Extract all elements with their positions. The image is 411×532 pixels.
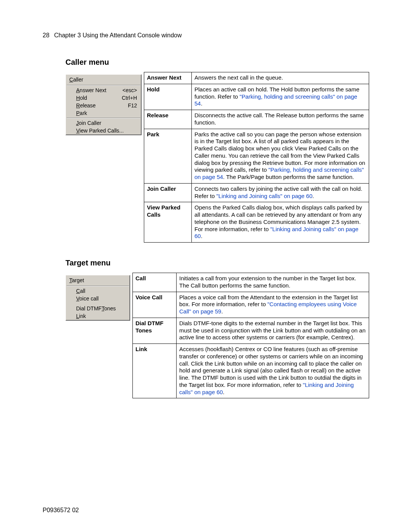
description-cell: Accesses (hookflash) Centrex or CO line …	[177, 344, 369, 398]
term-cell: Voice Call	[133, 292, 177, 318]
table-row: LinkAccesses (hookflash) Centrex or CO l…	[133, 344, 369, 398]
menu-item[interactable]: View Parked Calls...	[66, 127, 141, 134]
page-number: 28	[43, 32, 49, 38]
table-row: View Parked CallsOpens the Parked Calls …	[144, 202, 369, 243]
menu-separator	[67, 118, 140, 118]
table-row: Voice CallPlaces a voice call from the A…	[133, 292, 369, 318]
table-row: ReleaseDisconnects the active call. The …	[144, 110, 369, 129]
menu-item[interactable]: Park	[66, 109, 141, 117]
description-cell: Initiates a call from your extension to …	[177, 273, 369, 292]
term-cell: Release	[144, 110, 192, 129]
term-cell: Answer Next	[144, 72, 192, 84]
term-cell: Hold	[144, 84, 192, 110]
menu-item[interactable]: Link	[66, 312, 129, 320]
menu-item[interactable]: Answer Next<esc>	[66, 86, 141, 94]
cross-reference-link[interactable]: "Parking, holding and screening calls" o…	[194, 93, 357, 107]
document-footer: P0936572 02	[43, 507, 79, 514]
cross-reference-link[interactable]: "Linking and Joining calls" on page 60	[179, 382, 354, 395]
menu-item[interactable]: Call	[66, 287, 129, 295]
description-cell: Dials DTMF-tone digits to the external n…	[177, 318, 369, 343]
description-cell: Places an active call on hold. The Hold …	[192, 84, 369, 110]
target-description-table: CallInitiates a call from your extension…	[132, 273, 369, 398]
table-row: HoldPlaces an active call on hold. The H…	[144, 84, 369, 110]
description-cell: Parks the active call so you can page th…	[192, 129, 369, 183]
term-cell: Call	[133, 273, 177, 292]
cross-reference-link[interactable]: "Linking and Joining calls" on page 60	[194, 226, 358, 240]
term-cell: Join Caller	[144, 183, 192, 202]
cross-reference-link[interactable]: "Linking and Joining calls" on page 60	[217, 193, 313, 199]
menu-separator	[67, 286, 129, 286]
caller-menu-screenshot: Caller Answer Next<esc>HoldCtrl+HRelease…	[65, 74, 142, 135]
menu-separator	[67, 85, 140, 86]
target-section: Target CallVoice callDial DTMFTonesLink …	[65, 273, 369, 398]
menu-item[interactable]: ReleaseF12	[66, 102, 141, 109]
term-cell: Link	[133, 344, 177, 398]
caller-description-table: Answer NextAnswers the next call in the …	[144, 72, 369, 243]
table-row: Join CallerConnects two callers by joini…	[144, 183, 369, 202]
target-menu-heading: Target menu	[65, 259, 369, 267]
table-row: Dial DTMF TonesDials DTMF-tone digits to…	[133, 318, 369, 343]
caller-menu-heading: Caller menu	[65, 58, 369, 67]
page-header: 28 Chapter 3 Using the Attendant Console…	[42, 32, 369, 39]
menu-item[interactable]: HoldCtrl+H	[66, 94, 141, 102]
menu-item[interactable]: Voice call	[66, 295, 129, 302]
menu-title: Target	[66, 276, 129, 285]
description-cell: Connects two callers by joining the acti…	[192, 183, 369, 202]
table-row: ParkParks the active call so you can pag…	[144, 129, 369, 183]
cross-reference-link[interactable]: "Parking, holding and screening calls" o…	[194, 166, 364, 180]
target-menu-screenshot: Target CallVoice callDial DTMFTonesLink	[65, 275, 130, 321]
chapter-title: Chapter 3 Using the Attendant Console wi…	[54, 32, 182, 38]
term-cell: Dial DTMF Tones	[133, 318, 177, 343]
table-row: Answer NextAnswers the next call in the …	[144, 72, 369, 84]
cross-reference-link[interactable]: "Contacting employees using Voice Call" …	[179, 301, 357, 315]
menu-item[interactable]: Join Caller	[66, 119, 141, 127]
table-row: CallInitiates a call from your extension…	[133, 273, 369, 292]
description-cell: Opens the Parked Calls dialog box, which…	[192, 202, 369, 243]
description-cell: Disconnects the active call. The Release…	[192, 110, 369, 129]
menu-item[interactable]: Dial DTMFTones	[66, 305, 129, 312]
description-cell: Places a voice call from the Attendant t…	[177, 292, 369, 318]
term-cell: Park	[144, 129, 192, 183]
menu-title: Caller	[66, 75, 141, 84]
description-cell: Answers the next call in the queue.	[192, 72, 369, 84]
caller-section: Caller Answer Next<esc>HoldCtrl+HRelease…	[65, 72, 369, 243]
term-cell: View Parked Calls	[144, 202, 192, 243]
document-page: 28 Chapter 3 Using the Attendant Console…	[0, 0, 411, 532]
